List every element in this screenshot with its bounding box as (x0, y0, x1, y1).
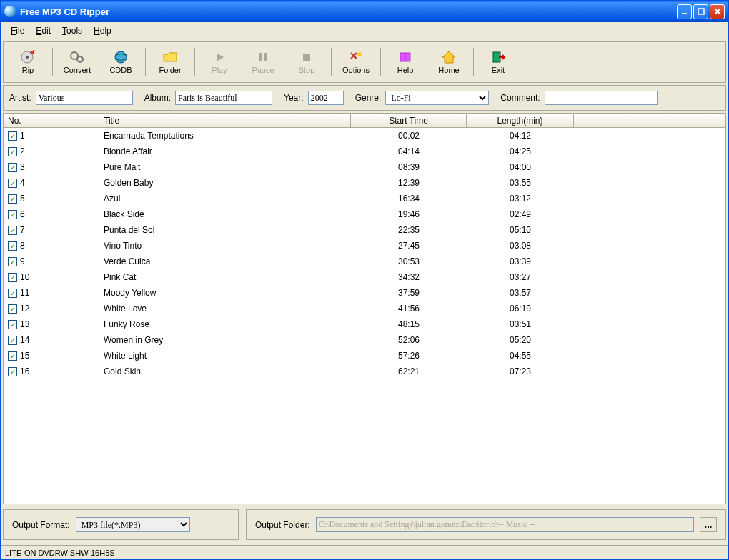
table-row[interactable]: ✓3Pure Malt08:3904:00 (4, 159, 725, 175)
track-checkbox[interactable]: ✓ (8, 304, 17, 314)
track-start: 52:06 (351, 334, 467, 346)
year-field[interactable] (308, 91, 344, 105)
cddb-button[interactable]: CDDB (99, 45, 142, 79)
pause-button[interactable]: Pause (242, 45, 284, 79)
table-row[interactable]: ✓7Punta del Sol22:3505:10 (4, 222, 725, 238)
col-title[interactable]: Title (99, 114, 351, 127)
track-checkbox[interactable]: ✓ (8, 320, 17, 329)
track-title: Verde Cuica (99, 256, 351, 267)
output-format-label: Output Format: (12, 520, 70, 530)
track-checkbox[interactable]: ✓ (8, 131, 17, 141)
menu-tools[interactable]: Tools (56, 24, 88, 37)
table-row[interactable]: ✓13Funky Rose48:1503:51 (4, 316, 725, 332)
bottom-panel: Output Format: MP3 file(*.MP3) Output Fo… (3, 506, 726, 543)
track-checkbox[interactable]: ✓ (8, 147, 17, 156)
output-folder-label: Output Folder: (255, 520, 310, 530)
comment-label: Comment: (500, 93, 540, 103)
browse-button[interactable]: ... (700, 517, 717, 532)
track-checkbox[interactable]: ✓ (8, 273, 17, 282)
track-checkbox[interactable]: ✓ (8, 194, 17, 204)
track-start: 30:53 (351, 256, 467, 267)
table-row[interactable]: ✓9Verde Cuica30:5303:39 (4, 254, 725, 269)
svg-point-5 (77, 56, 83, 62)
svg-point-3 (26, 56, 29, 59)
table-row[interactable]: ✓11Moody Yellow37:5903:57 (4, 285, 725, 301)
stop-button[interactable]: Stop (285, 45, 328, 79)
comment-field[interactable] (545, 91, 658, 105)
track-checkbox[interactable]: ✓ (8, 257, 17, 266)
menu-edit[interactable]: Edit (30, 24, 56, 37)
menu-help[interactable]: Help (88, 24, 117, 37)
track-no: 4 (20, 178, 25, 188)
folder-button[interactable]: Folder (149, 45, 192, 79)
track-no: 1 (20, 131, 25, 141)
track-length: 03:55 (467, 177, 574, 189)
table-row[interactable]: ✓4Golden Baby12:3903:55 (4, 175, 725, 191)
track-start: 48:15 (351, 319, 467, 330)
maximize-button[interactable] (693, 4, 708, 19)
table-row[interactable]: ✓8Vino Tinto27:4503:08 (4, 238, 725, 254)
genre-select[interactable]: Lo-Fi (385, 91, 489, 105)
rip-button[interactable]: Rip (6, 45, 49, 79)
track-title: Vino Tinto (99, 240, 351, 251)
track-length: 03:12 (467, 193, 574, 204)
track-length: 04:25 (467, 146, 574, 157)
status-bar: LITE-ON DVDRW SHW-16H5S (1, 545, 728, 559)
table-row[interactable]: ✓1Encarnada Temptations00:0204:12 (4, 128, 725, 144)
table-row[interactable]: ✓6Black Side19:4602:49 (4, 206, 725, 222)
metadata-panel: Artist: Album: Year: Genre: Lo-Fi Commen… (3, 85, 726, 111)
output-format-select[interactable]: MP3 file(*.MP3) (76, 517, 190, 532)
options-button[interactable]: Options (334, 45, 377, 79)
track-title: Encarnada Temptations (99, 130, 351, 141)
tools-icon (347, 50, 364, 64)
gears-icon (69, 50, 86, 64)
home-icon (440, 50, 457, 64)
output-folder-field[interactable] (316, 517, 694, 532)
track-start: 57:26 (351, 350, 467, 361)
track-no: 9 (20, 256, 25, 266)
track-checkbox[interactable]: ✓ (8, 336, 17, 345)
track-no: 15 (20, 351, 29, 361)
track-length: 04:55 (467, 350, 574, 361)
track-no: 5 (20, 194, 25, 204)
table-row[interactable]: ✓12White Love41:5606:19 (4, 301, 725, 316)
play-button[interactable]: Play (198, 45, 241, 79)
table-row[interactable]: ✓10Pink Cat34:3203:27 (4, 269, 725, 285)
track-checkbox[interactable]: ✓ (8, 179, 17, 188)
menu-file[interactable]: File (5, 24, 30, 37)
track-checkbox[interactable]: ✓ (8, 226, 17, 235)
exit-button[interactable]: Exit (477, 45, 520, 79)
table-row[interactable]: ✓14Women in Grey52:0605:20 (4, 332, 725, 348)
book-icon (397, 50, 414, 64)
help-button[interactable]: Help (384, 45, 427, 79)
track-checkbox[interactable]: ✓ (8, 163, 17, 172)
table-row[interactable]: ✓5Azul16:3403:12 (4, 191, 725, 206)
track-start: 00:02 (351, 130, 467, 141)
close-button[interactable] (710, 4, 725, 19)
album-field[interactable] (175, 91, 272, 105)
track-no: 8 (20, 241, 25, 251)
album-label: Album: (144, 93, 171, 103)
track-start: 19:46 (351, 209, 467, 220)
track-no: 13 (20, 319, 29, 329)
track-checkbox[interactable]: ✓ (8, 351, 17, 361)
col-no[interactable]: No. (4, 114, 99, 127)
artist-field[interactable] (36, 91, 133, 105)
track-length: 03:51 (467, 319, 574, 330)
track-length: 03:57 (467, 287, 574, 299)
track-title: Punta del Sol (99, 224, 351, 236)
genre-label: Genre: (355, 93, 382, 103)
convert-button[interactable]: Convert (56, 45, 99, 79)
minimize-button[interactable] (677, 4, 692, 19)
home-button[interactable]: Home (427, 45, 470, 79)
track-checkbox[interactable]: ✓ (8, 367, 17, 376)
col-length[interactable]: Length(min) (467, 114, 574, 127)
table-body: ✓1Encarnada Temptations00:0204:12✓2Blond… (4, 128, 725, 504)
table-row[interactable]: ✓2Blonde Affair04:1404:25 (4, 144, 725, 159)
track-checkbox[interactable]: ✓ (8, 289, 17, 298)
table-row[interactable]: ✓15White Light57:2604:55 (4, 348, 725, 364)
col-start[interactable]: Start Time (351, 114, 467, 127)
table-row[interactable]: ✓16Gold Skin62:2107:23 (4, 364, 725, 379)
track-checkbox[interactable]: ✓ (8, 241, 17, 251)
track-checkbox[interactable]: ✓ (8, 210, 17, 219)
